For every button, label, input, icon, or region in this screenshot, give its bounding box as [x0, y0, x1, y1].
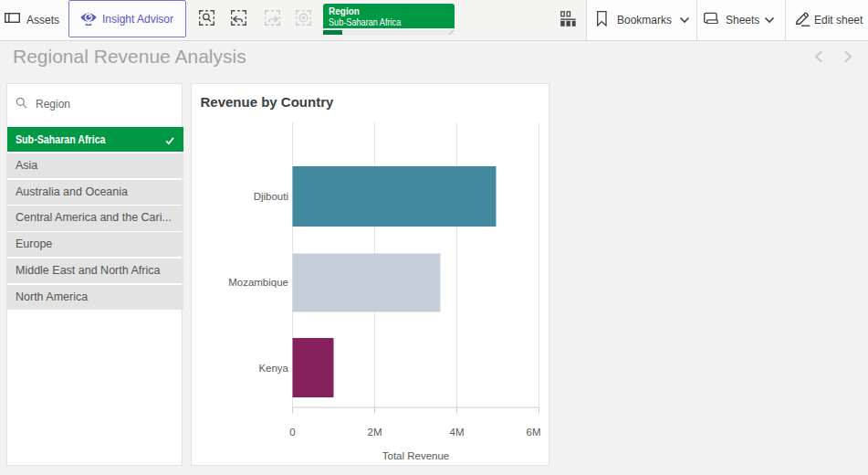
- svg-text:6M: 6M: [527, 427, 541, 438]
- svg-text:Djibouti: Djibouti: [254, 191, 288, 202]
- svg-text:Mozambique: Mozambique: [228, 277, 288, 288]
- svg-text:2M: 2M: [368, 427, 382, 438]
- svg-text:Kenya: Kenya: [258, 363, 288, 374]
- svg-text:Total Revenue: Total Revenue: [382, 450, 450, 461]
- svg-text:4M: 4M: [450, 427, 465, 438]
- svg-text:0: 0: [289, 427, 295, 438]
